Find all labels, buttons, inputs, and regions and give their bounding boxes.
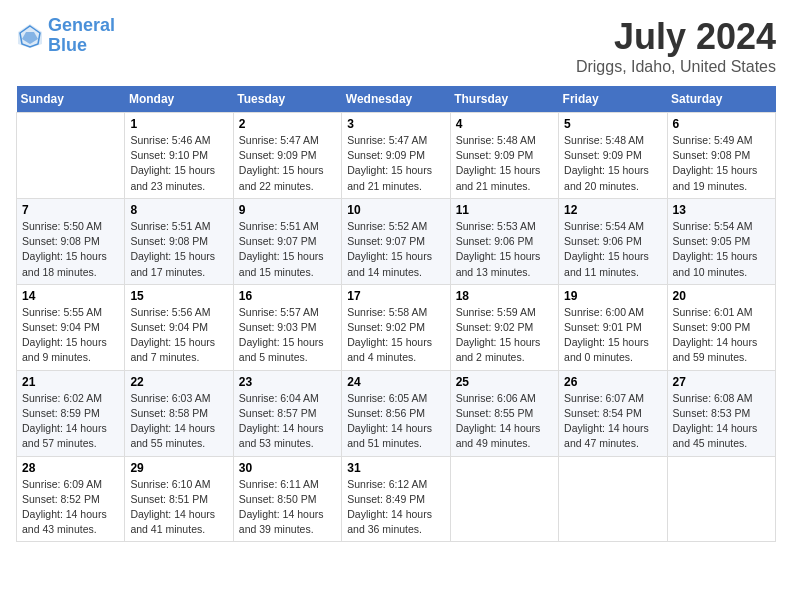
calendar-table: SundayMondayTuesdayWednesdayThursdayFrid… bbox=[16, 86, 776, 542]
day-info: Sunrise: 5:48 AMSunset: 9:09 PMDaylight:… bbox=[456, 133, 553, 194]
main-title: July 2024 bbox=[576, 16, 776, 58]
day-info: Sunrise: 5:47 AMSunset: 9:09 PMDaylight:… bbox=[239, 133, 336, 194]
day-info: Sunrise: 5:55 AMSunset: 9:04 PMDaylight:… bbox=[22, 305, 119, 366]
day-number: 25 bbox=[456, 375, 553, 389]
calendar-cell: 14Sunrise: 5:55 AMSunset: 9:04 PMDayligh… bbox=[17, 284, 125, 370]
day-number: 10 bbox=[347, 203, 444, 217]
title-block: July 2024 Driggs, Idaho, United States bbox=[576, 16, 776, 76]
calendar-cell: 25Sunrise: 6:06 AMSunset: 8:55 PMDayligh… bbox=[450, 370, 558, 456]
calendar-cell: 15Sunrise: 5:56 AMSunset: 9:04 PMDayligh… bbox=[125, 284, 233, 370]
calendar-cell: 26Sunrise: 6:07 AMSunset: 8:54 PMDayligh… bbox=[559, 370, 667, 456]
calendar-cell: 8Sunrise: 5:51 AMSunset: 9:08 PMDaylight… bbox=[125, 198, 233, 284]
day-number: 13 bbox=[673, 203, 770, 217]
day-number: 12 bbox=[564, 203, 661, 217]
day-info: Sunrise: 5:49 AMSunset: 9:08 PMDaylight:… bbox=[673, 133, 770, 194]
day-number: 6 bbox=[673, 117, 770, 131]
day-info: Sunrise: 6:05 AMSunset: 8:56 PMDaylight:… bbox=[347, 391, 444, 452]
calendar-cell: 1Sunrise: 5:46 AMSunset: 9:10 PMDaylight… bbox=[125, 113, 233, 199]
day-info: Sunrise: 5:54 AMSunset: 9:05 PMDaylight:… bbox=[673, 219, 770, 280]
day-info: Sunrise: 5:54 AMSunset: 9:06 PMDaylight:… bbox=[564, 219, 661, 280]
day-info: Sunrise: 6:03 AMSunset: 8:58 PMDaylight:… bbox=[130, 391, 227, 452]
calendar-cell bbox=[17, 113, 125, 199]
day-of-week-header: Wednesday bbox=[342, 86, 450, 113]
calendar-cell: 6Sunrise: 5:49 AMSunset: 9:08 PMDaylight… bbox=[667, 113, 775, 199]
calendar-week-row: 21Sunrise: 6:02 AMSunset: 8:59 PMDayligh… bbox=[17, 370, 776, 456]
day-info: Sunrise: 5:50 AMSunset: 9:08 PMDaylight:… bbox=[22, 219, 119, 280]
day-number: 16 bbox=[239, 289, 336, 303]
day-of-week-header: Monday bbox=[125, 86, 233, 113]
day-info: Sunrise: 6:01 AMSunset: 9:00 PMDaylight:… bbox=[673, 305, 770, 366]
calendar-cell: 13Sunrise: 5:54 AMSunset: 9:05 PMDayligh… bbox=[667, 198, 775, 284]
day-of-week-header: Tuesday bbox=[233, 86, 341, 113]
calendar-week-row: 28Sunrise: 6:09 AMSunset: 8:52 PMDayligh… bbox=[17, 456, 776, 542]
day-info: Sunrise: 5:58 AMSunset: 9:02 PMDaylight:… bbox=[347, 305, 444, 366]
day-info: Sunrise: 5:51 AMSunset: 9:07 PMDaylight:… bbox=[239, 219, 336, 280]
day-number: 4 bbox=[456, 117, 553, 131]
day-info: Sunrise: 5:47 AMSunset: 9:09 PMDaylight:… bbox=[347, 133, 444, 194]
calendar-cell: 20Sunrise: 6:01 AMSunset: 9:00 PMDayligh… bbox=[667, 284, 775, 370]
day-number: 19 bbox=[564, 289, 661, 303]
day-info: Sunrise: 5:48 AMSunset: 9:09 PMDaylight:… bbox=[564, 133, 661, 194]
day-number: 2 bbox=[239, 117, 336, 131]
calendar-cell: 24Sunrise: 6:05 AMSunset: 8:56 PMDayligh… bbox=[342, 370, 450, 456]
calendar-cell: 7Sunrise: 5:50 AMSunset: 9:08 PMDaylight… bbox=[17, 198, 125, 284]
day-number: 31 bbox=[347, 461, 444, 475]
day-info: Sunrise: 6:11 AMSunset: 8:50 PMDaylight:… bbox=[239, 477, 336, 538]
calendar-cell: 9Sunrise: 5:51 AMSunset: 9:07 PMDaylight… bbox=[233, 198, 341, 284]
day-number: 14 bbox=[22, 289, 119, 303]
day-info: Sunrise: 5:52 AMSunset: 9:07 PMDaylight:… bbox=[347, 219, 444, 280]
day-info: Sunrise: 6:02 AMSunset: 8:59 PMDaylight:… bbox=[22, 391, 119, 452]
header: General Blue July 2024 Driggs, Idaho, Un… bbox=[16, 16, 776, 76]
calendar-cell: 16Sunrise: 5:57 AMSunset: 9:03 PMDayligh… bbox=[233, 284, 341, 370]
calendar-cell: 11Sunrise: 5:53 AMSunset: 9:06 PMDayligh… bbox=[450, 198, 558, 284]
calendar-cell: 27Sunrise: 6:08 AMSunset: 8:53 PMDayligh… bbox=[667, 370, 775, 456]
day-info: Sunrise: 6:04 AMSunset: 8:57 PMDaylight:… bbox=[239, 391, 336, 452]
day-info: Sunrise: 5:56 AMSunset: 9:04 PMDaylight:… bbox=[130, 305, 227, 366]
day-info: Sunrise: 6:06 AMSunset: 8:55 PMDaylight:… bbox=[456, 391, 553, 452]
calendar-cell: 4Sunrise: 5:48 AMSunset: 9:09 PMDaylight… bbox=[450, 113, 558, 199]
day-number: 5 bbox=[564, 117, 661, 131]
day-number: 28 bbox=[22, 461, 119, 475]
day-info: Sunrise: 5:57 AMSunset: 9:03 PMDaylight:… bbox=[239, 305, 336, 366]
day-number: 30 bbox=[239, 461, 336, 475]
calendar-cell: 12Sunrise: 5:54 AMSunset: 9:06 PMDayligh… bbox=[559, 198, 667, 284]
calendar-cell bbox=[667, 456, 775, 542]
day-info: Sunrise: 6:10 AMSunset: 8:51 PMDaylight:… bbox=[130, 477, 227, 538]
logo: General Blue bbox=[16, 16, 115, 56]
day-number: 15 bbox=[130, 289, 227, 303]
calendar-week-row: 1Sunrise: 5:46 AMSunset: 9:10 PMDaylight… bbox=[17, 113, 776, 199]
day-number: 3 bbox=[347, 117, 444, 131]
calendar-cell bbox=[559, 456, 667, 542]
day-number: 1 bbox=[130, 117, 227, 131]
calendar-week-row: 7Sunrise: 5:50 AMSunset: 9:08 PMDaylight… bbox=[17, 198, 776, 284]
logo-icon bbox=[16, 22, 44, 50]
calendar-cell: 2Sunrise: 5:47 AMSunset: 9:09 PMDaylight… bbox=[233, 113, 341, 199]
day-number: 11 bbox=[456, 203, 553, 217]
day-number: 17 bbox=[347, 289, 444, 303]
day-of-week-header: Friday bbox=[559, 86, 667, 113]
calendar-cell bbox=[450, 456, 558, 542]
day-number: 27 bbox=[673, 375, 770, 389]
day-info: Sunrise: 6:08 AMSunset: 8:53 PMDaylight:… bbox=[673, 391, 770, 452]
day-number: 18 bbox=[456, 289, 553, 303]
day-number: 9 bbox=[239, 203, 336, 217]
calendar-week-row: 14Sunrise: 5:55 AMSunset: 9:04 PMDayligh… bbox=[17, 284, 776, 370]
day-number: 21 bbox=[22, 375, 119, 389]
calendar-cell: 28Sunrise: 6:09 AMSunset: 8:52 PMDayligh… bbox=[17, 456, 125, 542]
day-number: 29 bbox=[130, 461, 227, 475]
calendar-cell: 3Sunrise: 5:47 AMSunset: 9:09 PMDaylight… bbox=[342, 113, 450, 199]
calendar-cell: 30Sunrise: 6:11 AMSunset: 8:50 PMDayligh… bbox=[233, 456, 341, 542]
day-number: 23 bbox=[239, 375, 336, 389]
day-of-week-header: Saturday bbox=[667, 86, 775, 113]
logo-line2: Blue bbox=[48, 36, 115, 56]
calendar-cell: 10Sunrise: 5:52 AMSunset: 9:07 PMDayligh… bbox=[342, 198, 450, 284]
day-number: 22 bbox=[130, 375, 227, 389]
day-info: Sunrise: 5:51 AMSunset: 9:08 PMDaylight:… bbox=[130, 219, 227, 280]
day-number: 20 bbox=[673, 289, 770, 303]
calendar-cell: 29Sunrise: 6:10 AMSunset: 8:51 PMDayligh… bbox=[125, 456, 233, 542]
calendar-cell: 19Sunrise: 6:00 AMSunset: 9:01 PMDayligh… bbox=[559, 284, 667, 370]
subtitle: Driggs, Idaho, United States bbox=[576, 58, 776, 76]
day-number: 8 bbox=[130, 203, 227, 217]
calendar-cell: 18Sunrise: 5:59 AMSunset: 9:02 PMDayligh… bbox=[450, 284, 558, 370]
logo-text: General Blue bbox=[48, 16, 115, 56]
